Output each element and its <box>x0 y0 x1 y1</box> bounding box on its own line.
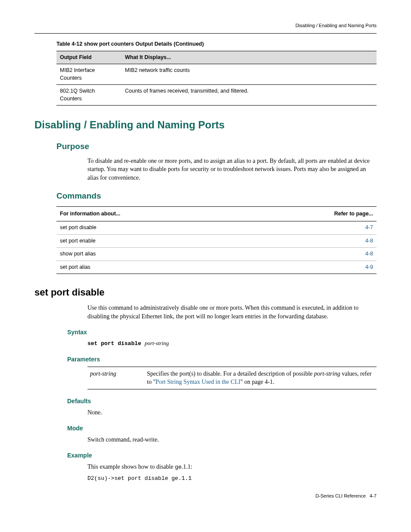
cell: Counts of frames received, transmitted, … <box>121 85 377 106</box>
cell: set port disable <box>56 221 247 235</box>
table-row: set port alias 4-9 <box>56 261 377 274</box>
mode-text: Switch command, read‑write. <box>87 436 377 444</box>
example-lead-text: .1.1: <box>182 464 193 470</box>
example-lead: This example shows how to disable ge.1.1… <box>87 463 377 471</box>
table-row: set port disable 4-7 <box>56 221 377 235</box>
table-row: show port alias 4-8 <box>56 248 377 261</box>
section-title: Disabling / Enabling and Naming Ports <box>34 118 377 132</box>
commands-col1: For information about... <box>56 206 247 221</box>
cell: set port alias <box>56 261 247 274</box>
example-lead-mono: ge <box>175 464 182 470</box>
table-row: MIB2 Interface Counters MIB2 network tra… <box>56 64 377 85</box>
cell: set port enable <box>56 234 247 248</box>
page-ref[interactable]: 4-9 <box>247 261 377 274</box>
cell: 802.1Q Switch Counters <box>56 85 121 106</box>
page-ref[interactable]: 4-7 <box>247 221 377 235</box>
syntax-arg: port-string <box>145 340 169 346</box>
example-lead-text: This example shows how to disable <box>87 464 175 470</box>
table-4-12: Output Field What It Displays... MIB2 In… <box>56 51 377 106</box>
cell: show port alias <box>56 248 247 261</box>
example-heading: Example <box>67 451 377 460</box>
param-desc-text: " on page 4‑1. <box>240 379 274 385</box>
commands-table: For information about... Refer to page..… <box>56 206 377 274</box>
param-desc-ital: port‑string <box>314 370 340 377</box>
defaults-text: None. <box>87 408 377 417</box>
table-row: port‑string Specifies the port(s) to dis… <box>87 367 377 389</box>
table-4-12-col2: What It Displays... <box>121 51 377 64</box>
parameters-heading: Parameters <box>67 355 377 364</box>
mode-heading: Mode <box>67 424 377 433</box>
command-intro: Use this command to administratively dis… <box>87 304 377 320</box>
param-desc-text: Specifies the port(s) to disable. For a … <box>147 370 314 377</box>
table-4-12-col1: Output Field <box>56 51 121 64</box>
page-ref[interactable]: 4-8 <box>247 234 377 248</box>
command-title: set port disable <box>34 286 377 299</box>
page-ref[interactable]: 4-8 <box>247 248 377 261</box>
defaults-heading: Defaults <box>67 397 377 406</box>
syntax-heading: Syntax <box>67 328 377 337</box>
cell: MIB2 network traffic counts <box>121 64 377 85</box>
param-desc: Specifies the port(s) to disable. For a … <box>144 367 377 389</box>
table-row: 802.1Q Switch Counters Counts of frames … <box>56 85 377 106</box>
table-row: set port enable 4-8 <box>56 234 377 248</box>
footer-doc-title: D-Series CLI Reference <box>315 493 366 498</box>
commands-heading: Commands <box>56 190 377 202</box>
param-name: port‑string <box>87 367 144 389</box>
cell: MIB2 Interface Counters <box>56 64 121 85</box>
table-4-12-caption: Table 4-12 show port counters Output Det… <box>56 40 377 48</box>
parameters-table: port‑string Specifies the port(s) to dis… <box>87 367 377 389</box>
footer-page-number: 4-7 <box>370 493 377 498</box>
commands-col2: Refer to page... <box>247 206 377 221</box>
example-code: D2(su)->set port disable ge.1.1 <box>87 475 377 482</box>
cross-ref-link[interactable]: Port String Syntax Used in the CLI <box>156 379 240 385</box>
syntax-keyword: set port disable <box>87 340 141 347</box>
page-footer: D-Series CLI Reference 4-7 <box>34 493 377 499</box>
syntax-line: set port disable port-string <box>87 339 377 348</box>
purpose-heading: Purpose <box>56 141 377 152</box>
purpose-text: To disable and re‑enable one or more por… <box>87 157 377 182</box>
running-header: Disabling / Enabling and Naming Ports <box>34 22 377 34</box>
